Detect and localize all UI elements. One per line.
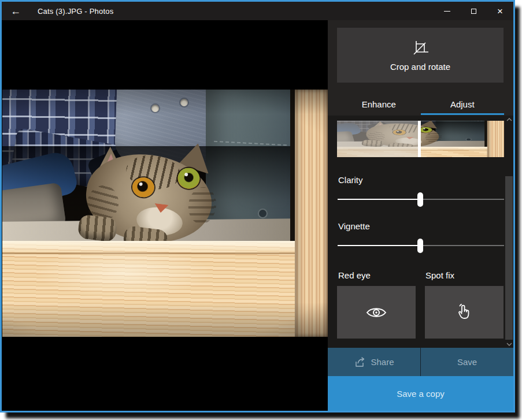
footer-bar: Share Save xyxy=(328,348,513,376)
crop-icon xyxy=(412,39,429,57)
before-after-divider-handle[interactable] xyxy=(418,121,421,157)
maximize-icon xyxy=(471,9,476,14)
save-a-copy-button[interactable]: Save a copy xyxy=(328,376,513,411)
scrollbar-down-button[interactable] xyxy=(505,340,513,348)
clarity-label: Clarity xyxy=(338,175,363,185)
tab-enhance[interactable]: Enhance xyxy=(337,93,421,115)
window-title: Cats (3).JPG - Photos xyxy=(38,7,113,16)
photo-image xyxy=(2,90,328,337)
adjust-scroll-area: Clarity Vignette Red eye Spot fix xyxy=(328,116,513,348)
photo-vignette xyxy=(2,90,328,337)
vignette-slider[interactable] xyxy=(338,239,504,253)
clarity-slider[interactable] xyxy=(338,192,504,207)
share-icon xyxy=(354,356,366,368)
chevron-up-icon xyxy=(506,118,512,121)
minimize-icon xyxy=(444,11,450,12)
share-label: Share xyxy=(371,357,394,367)
tab-adjust-label: Adjust xyxy=(450,99,475,109)
spot-fix-label: Spot fix xyxy=(425,270,454,280)
crop-button-label: Crop and rotate xyxy=(390,62,450,72)
back-arrow-icon: ← xyxy=(10,5,21,17)
caption-buttons: × xyxy=(434,2,513,20)
minimize-button[interactable] xyxy=(434,2,460,20)
tab-enhance-label: Enhance xyxy=(362,99,396,109)
spot-fix-button[interactable] xyxy=(425,286,504,339)
red-eye-button[interactable] xyxy=(337,286,416,339)
chevron-down-icon xyxy=(506,343,512,346)
save-label: Save xyxy=(457,357,477,367)
scrollbar-up-button[interactable] xyxy=(505,116,513,123)
maximize-button[interactable] xyxy=(460,2,487,20)
red-eye-label: Red eye xyxy=(338,270,371,280)
crop-and-rotate-button[interactable]: Crop and rotate xyxy=(337,28,504,83)
tab-bar: Enhance Adjust xyxy=(337,93,504,115)
close-icon: × xyxy=(497,6,503,16)
vignette-slider-fill xyxy=(338,245,420,246)
vignette-label: Vignette xyxy=(338,221,370,231)
scrollbar-thumb[interactable] xyxy=(505,176,513,340)
save-button[interactable]: Save xyxy=(421,348,513,376)
save-a-copy-label: Save a copy xyxy=(397,389,445,399)
share-button[interactable]: Share xyxy=(328,348,420,376)
titlebar: ← Cats (3).JPG - Photos × xyxy=(2,2,513,20)
panel-top-section: Crop and rotate Enhance Adjust xyxy=(328,20,513,116)
photo-viewer xyxy=(2,20,328,411)
before-after-strip[interactable] xyxy=(337,121,504,157)
edit-panel: Crop and rotate Enhance Adjust xyxy=(328,20,513,411)
close-button[interactable]: × xyxy=(487,2,513,20)
tab-adjust[interactable]: Adjust xyxy=(421,93,505,115)
vignette-slider-thumb[interactable] xyxy=(417,239,423,253)
clarity-slider-fill xyxy=(338,199,420,200)
photos-app-window: ← Cats (3).JPG - Photos × xyxy=(0,0,515,412)
spot-fix-icon xyxy=(456,303,472,322)
red-eye-icon xyxy=(365,306,387,319)
before-overlay xyxy=(337,121,419,157)
clarity-slider-thumb[interactable] xyxy=(417,192,423,207)
back-button[interactable]: ← xyxy=(2,2,29,20)
